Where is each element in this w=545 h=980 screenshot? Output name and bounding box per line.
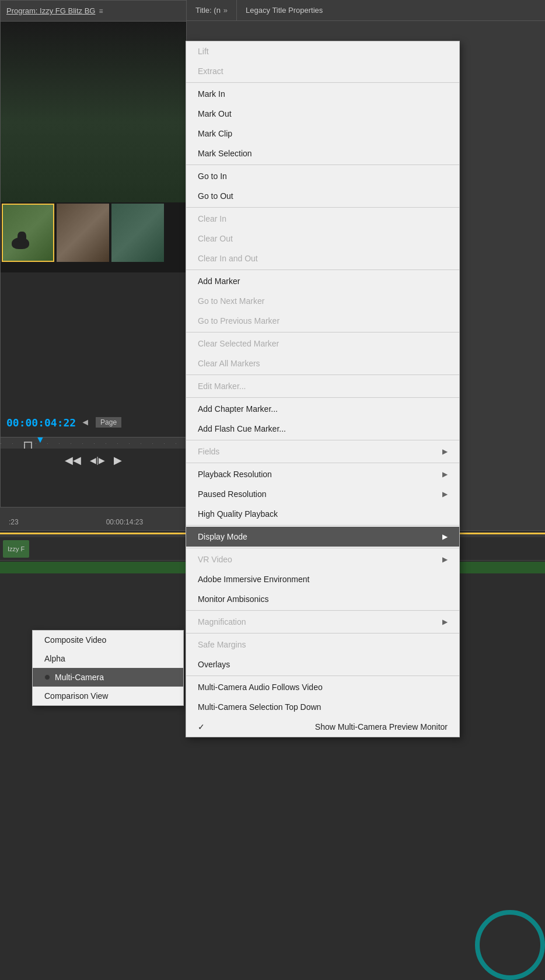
menu-item-paused-res[interactable]: Paused Resolution ▶ bbox=[186, 484, 459, 504]
menu-clear-in-label: Clear In bbox=[198, 214, 226, 223]
submenu-item-composite[interactable]: Composite Video bbox=[33, 631, 183, 649]
menu-item-extract[interactable]: Extract bbox=[186, 61, 459, 81]
menu-extract-label: Extract bbox=[198, 66, 223, 76]
menu-item-clear-in-out[interactable]: Clear In and Out bbox=[186, 249, 459, 268]
menu-monitor-ambisonics-label: Monitor Ambisonics bbox=[198, 594, 268, 604]
menu-item-show-multicam-preview[interactable]: ✓ Show Multi-Camera Preview Monitor bbox=[186, 717, 459, 737]
menu-item-lift[interactable]: Lift bbox=[186, 41, 459, 61]
submenu-composite-label: Composite Video bbox=[44, 635, 106, 645]
menu-item-display-mode[interactable]: Display Mode ▶ bbox=[186, 527, 459, 547]
menu-item-add-flash-cue[interactable]: Add Flash Cue Marker... bbox=[186, 419, 459, 439]
menu-mark-in-label: Mark In bbox=[198, 89, 225, 99]
thumbnail-3[interactable] bbox=[111, 204, 164, 262]
menu-item-multicam-audio[interactable]: Multi-Camera Audio Follows Video bbox=[186, 677, 459, 697]
menu-item-high-quality[interactable]: High Quality Playback bbox=[186, 504, 459, 524]
divider-9 bbox=[186, 463, 459, 463]
menu-item-overlays[interactable]: Overlays bbox=[186, 654, 459, 674]
step-back-button[interactable]: ◀|▶ bbox=[90, 456, 105, 465]
menu-item-safe-margins[interactable]: Safe Margins bbox=[186, 635, 459, 654]
divider-8 bbox=[186, 440, 459, 440]
menu-add-marker-label: Add Marker bbox=[198, 276, 240, 286]
menu-item-mark-in[interactable]: Mark In bbox=[186, 84, 459, 104]
title-tab[interactable]: Title: (n » bbox=[187, 0, 237, 20]
timeline-clip[interactable]: Izzy F bbox=[3, 540, 29, 558]
menu-magnification-label: Magnification bbox=[198, 617, 246, 626]
menu-overlays-label: Overlays bbox=[198, 660, 230, 669]
divider-14 bbox=[186, 676, 459, 676]
menu-clear-selected-marker-label: Clear Selected Marker bbox=[198, 339, 279, 348]
menu-item-goto-out[interactable]: Go to Out bbox=[186, 186, 459, 206]
divider-4 bbox=[186, 270, 459, 270]
menu-goto-out-label: Go to Out bbox=[198, 191, 233, 201]
menu-item-multicam-selection[interactable]: Multi-Camera Selection Top Down bbox=[186, 697, 459, 717]
fields-arrow-icon: ▶ bbox=[442, 447, 448, 456]
menu-show-multicam-preview-label: Show Multi-Camera Preview Monitor bbox=[315, 722, 448, 732]
monitor-menu-icon[interactable]: ≡ bbox=[99, 7, 103, 15]
submenu-alpha-label: Alpha bbox=[44, 654, 65, 663]
playback-res-arrow-icon: ▶ bbox=[442, 470, 448, 478]
menu-multicam-selection-label: Multi-Camera Selection Top Down bbox=[198, 702, 321, 712]
transport-controls: ◀◀ ◀|▶ ▶ bbox=[1, 449, 186, 472]
monitor-header: Program: Izzy FG Blitz BG ≡ bbox=[1, 1, 186, 22]
thumbnail-2[interactable] bbox=[57, 204, 109, 262]
menu-fields-label: Fields bbox=[198, 447, 219, 456]
menu-item-clear-all-markers[interactable]: Clear All Markers bbox=[186, 354, 459, 373]
menu-item-clear-out[interactable]: Clear Out bbox=[186, 229, 459, 249]
timecode-bar: 00:00:04:22 ◄ Page bbox=[1, 414, 186, 431]
menu-item-playback-res[interactable]: Playback Resolution ▶ bbox=[186, 464, 459, 484]
timecode-2: 00:00:14:23 bbox=[106, 518, 143, 526]
display-mode-arrow-icon: ▶ bbox=[442, 533, 448, 541]
menu-display-mode-label: Display Mode bbox=[198, 532, 247, 541]
submenu-comparison-label: Comparison View bbox=[44, 691, 108, 701]
menu-mark-out-label: Mark Out bbox=[198, 109, 232, 118]
menu-item-goto-in[interactable]: Go to In bbox=[186, 166, 459, 186]
menu-item-mark-selection[interactable]: Mark Selection bbox=[186, 144, 459, 163]
menu-item-add-chapter-marker[interactable]: Add Chapter Marker... bbox=[186, 399, 459, 419]
divider-10 bbox=[186, 525, 459, 526]
program-monitor: Program: Izzy FG Blitz BG ≡ 00:00:04:22 bbox=[0, 0, 187, 508]
menu-item-adobe-immersive[interactable]: Adobe Immersive Environment bbox=[186, 569, 459, 589]
radio-multicam bbox=[44, 674, 50, 680]
vr-video-arrow-icon: ▶ bbox=[442, 555, 448, 564]
menu-item-monitor-ambisonics[interactable]: Monitor Ambisonics bbox=[186, 589, 459, 609]
menu-item-clear-selected-marker[interactable]: Clear Selected Marker bbox=[186, 334, 459, 354]
submenu-item-alpha[interactable]: Alpha bbox=[33, 649, 183, 668]
thumbnail-1[interactable] bbox=[2, 204, 54, 262]
submenu-item-multicam[interactable]: Multi-Camera bbox=[33, 668, 183, 687]
page-button[interactable]: Page bbox=[96, 417, 121, 428]
menu-item-add-marker[interactable]: Add Marker bbox=[186, 271, 459, 291]
divider-3 bbox=[186, 207, 459, 208]
menu-item-magnification[interactable]: Magnification ▶ bbox=[186, 612, 459, 632]
divider-1 bbox=[186, 82, 459, 83]
menu-clear-out-label: Clear Out bbox=[198, 234, 233, 243]
menu-goto-in-label: Go to In bbox=[198, 172, 227, 181]
menu-mark-selection-label: Mark Selection bbox=[198, 149, 252, 158]
thumbnail-strip bbox=[1, 202, 186, 272]
play-button[interactable]: ▶ bbox=[114, 454, 122, 467]
rewind-button[interactable]: ◀◀ bbox=[65, 454, 81, 467]
menu-lift-label: Lift bbox=[198, 47, 209, 56]
magnification-arrow-icon: ▶ bbox=[442, 618, 448, 626]
menu-item-goto-prev-marker[interactable]: Go to Previous Marker bbox=[186, 311, 459, 331]
menu-item-mark-out[interactable]: Mark Out bbox=[186, 104, 459, 124]
menu-edit-marker-label: Edit Marker... bbox=[198, 382, 246, 391]
menu-vr-video-label: VR Video bbox=[198, 555, 232, 564]
menu-multicam-audio-label: Multi-Camera Audio Follows Video bbox=[198, 682, 323, 692]
menu-adobe-immersive-label: Adobe Immersive Environment bbox=[198, 575, 309, 584]
divider-5 bbox=[186, 332, 459, 332]
menu-paused-res-label: Paused Resolution bbox=[198, 489, 267, 499]
menu-item-edit-marker[interactable]: Edit Marker... bbox=[186, 376, 459, 396]
divider-6 bbox=[186, 374, 459, 375]
submenu-item-comparison[interactable]: Comparison View bbox=[33, 687, 183, 705]
clip-label: Izzy F bbox=[8, 545, 25, 552]
menu-high-quality-label: High Quality Playback bbox=[198, 509, 278, 519]
menu-item-vr-video[interactable]: VR Video ▶ bbox=[186, 550, 459, 569]
menu-item-clear-in[interactable]: Clear In bbox=[186, 209, 459, 229]
menu-item-goto-next-marker[interactable]: Go to Next Marker bbox=[186, 291, 459, 311]
menu-clear-in-out-label: Clear In and Out bbox=[198, 254, 258, 263]
chevron-icon: » bbox=[223, 6, 228, 15]
timecode-arrow: ◄ bbox=[81, 417, 90, 428]
menu-item-fields[interactable]: Fields ▶ bbox=[186, 442, 459, 461]
menu-mark-clip-label: Mark Clip bbox=[198, 129, 232, 138]
menu-item-mark-clip[interactable]: Mark Clip bbox=[186, 124, 459, 144]
